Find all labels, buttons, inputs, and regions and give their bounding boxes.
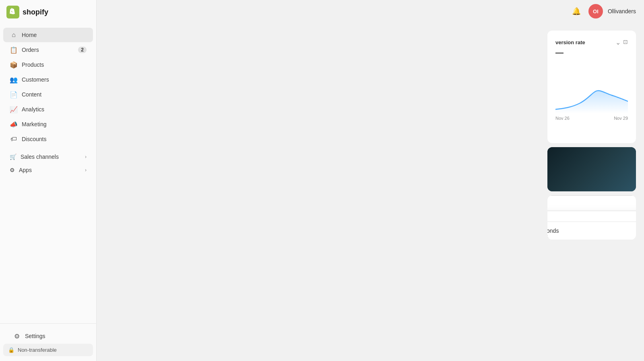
dashboard-bg: version rate ⌄ ⊡ — xyxy=(97,23,644,361)
conversion-rate-title: version rate xyxy=(555,39,585,45)
bell-icon: 🔔 xyxy=(572,7,581,16)
sidebar: shopify ⌂ Home 📋 Orders 2 📦 Products 👥 C… xyxy=(0,0,97,361)
expand-icon[interactable]: ⊡ xyxy=(623,39,628,46)
sidebar-item-orders[interactable]: 📋 Orders 2 xyxy=(3,43,93,57)
settings-icon: ⚙ xyxy=(13,332,21,340)
write-product-card: Write product descriptions in seconds xyxy=(547,222,636,240)
sidebar-item-marketing-label: Marketing xyxy=(22,121,46,127)
sidebar-settings[interactable]: ⚙ Settings xyxy=(6,329,90,343)
non-transferable-badge[interactable]: 🔒 Non-transferable xyxy=(3,344,93,356)
sidebar-header: shopify xyxy=(0,0,96,24)
chevron-right-icon: › xyxy=(85,154,87,160)
orders-icon: 📋 xyxy=(10,46,18,54)
sidebar-item-content-label: Content xyxy=(22,91,41,98)
marketing-icon: 📣 xyxy=(10,120,18,128)
apps-icon: ⚙ xyxy=(10,167,15,173)
user-name-label[interactable]: Ollivanders xyxy=(608,8,636,14)
non-transferable-label: Non-transferable xyxy=(18,347,57,353)
sidebar-item-home[interactable]: ⌂ Home xyxy=(3,28,93,42)
main-content: 🔔 OI Ollivanders version rate ⌄ ⊡ — xyxy=(97,0,644,361)
shopify-name-label: shopify xyxy=(23,8,48,16)
sidebar-sales-channels-label: Sales channels xyxy=(21,154,59,160)
search-input[interactable] xyxy=(547,200,636,207)
sidebar-item-marketing[interactable]: 📣 Marketing xyxy=(3,117,93,131)
sidebar-item-analytics[interactable]: 📈 Analytics xyxy=(3,102,93,117)
sales-channels-icon: 🛒 xyxy=(10,154,17,160)
sidebar-item-products[interactable]: 📦 Products xyxy=(3,57,93,72)
chart-date-2: Nov 29 xyxy=(614,116,628,121)
sidebar-item-customers[interactable]: 👥 Customers xyxy=(3,72,93,87)
topbar: 🔔 OI Ollivanders xyxy=(97,0,644,23)
products-icon: 📦 xyxy=(10,61,18,69)
sidebar-settings-label: Settings xyxy=(25,333,45,339)
conversion-rate-card: version rate ⌄ ⊡ — xyxy=(547,31,636,143)
shopify-bag-icon xyxy=(6,6,19,18)
sidebar-item-discounts-label: Discounts xyxy=(22,136,46,142)
sidebar-nav: ⌂ Home 📋 Orders 2 📦 Products 👥 Customers… xyxy=(0,24,96,323)
sidebar-apps[interactable]: ⚙ Apps › xyxy=(3,164,93,176)
sidebar-item-customers-label: Customers xyxy=(22,76,49,83)
discounts-icon: 🏷 xyxy=(10,135,18,143)
home-icon: ⌂ xyxy=(10,31,18,39)
collapse-icon[interactable]: ⌄ xyxy=(615,39,621,46)
shopify-logo[interactable]: shopify xyxy=(6,6,48,18)
sidebar-item-content[interactable]: 📄 Content xyxy=(3,87,93,102)
write-product-label: Write product descriptions in seconds xyxy=(547,228,559,234)
notification-button[interactable]: 🔔 xyxy=(569,4,584,18)
customers-icon: 👥 xyxy=(10,76,18,84)
bg-card-dark xyxy=(547,147,636,191)
chevron-right-apps-icon: › xyxy=(85,167,87,173)
sidebar-item-discounts[interactable]: 🏷 Discounts xyxy=(3,132,93,146)
sidebar-item-analytics-label: Analytics xyxy=(22,106,44,113)
search-bar: 🔍 Apps ✕ ≡ xyxy=(547,195,636,211)
sidebar-footer: ⚙ Settings 🔒 Non-transferable xyxy=(0,323,96,361)
lock-icon: 🔒 xyxy=(8,347,14,353)
sidebar-sales-channels[interactable]: 🛒 Sales channels › xyxy=(3,150,93,163)
analytics-icon: 📈 xyxy=(10,105,18,113)
avatar[interactable]: OI xyxy=(588,4,603,18)
bg-card-white-1: 👟 New 🧴 🔍 Apps ✕ ≡ Insta xyxy=(547,195,636,240)
orders-badge: 2 xyxy=(78,47,87,53)
sidebar-item-home-label: Home xyxy=(22,32,37,38)
sidebar-apps-label: Apps xyxy=(19,167,32,173)
content-icon: 📄 xyxy=(10,90,18,98)
sidebar-item-products-label: Products xyxy=(22,62,44,68)
sidebar-item-orders-label: Orders xyxy=(22,47,39,53)
chart-date-1: Nov 26 xyxy=(555,116,570,121)
